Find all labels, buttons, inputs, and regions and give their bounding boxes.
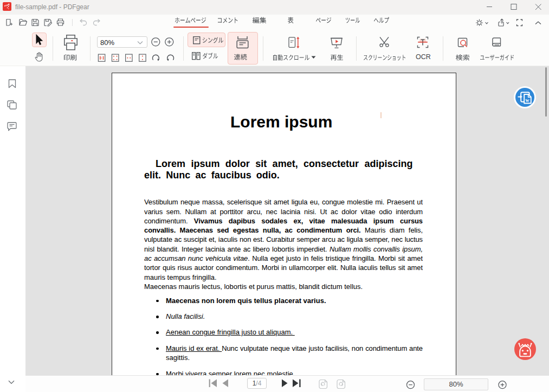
svg-text:w: w — [525, 98, 529, 103]
